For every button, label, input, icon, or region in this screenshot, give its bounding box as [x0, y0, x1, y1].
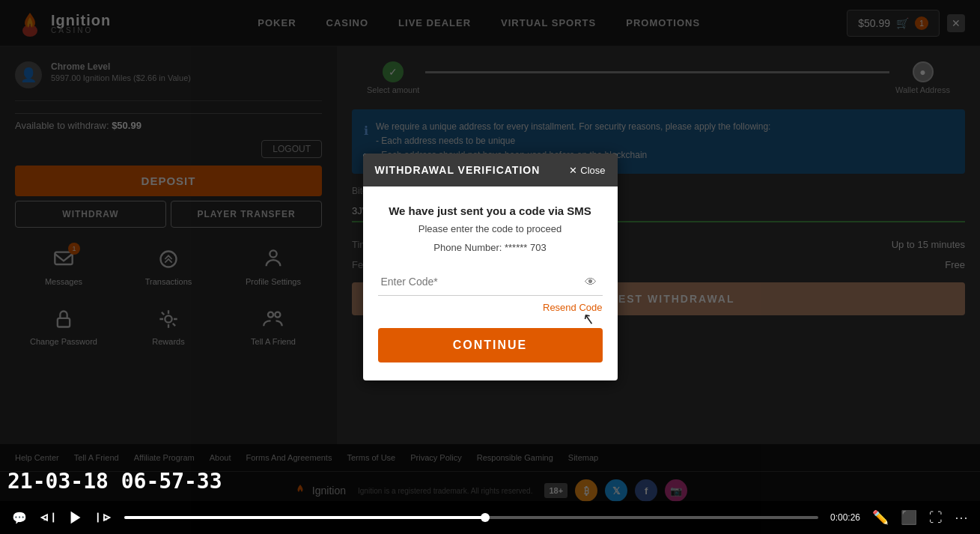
- timestamp-text: 21-03-18 06-57-33: [7, 469, 222, 494]
- time-display: 0:00:26: [830, 512, 860, 523]
- progress-bar[interactable]: [124, 516, 818, 519]
- resend-code-link[interactable]: Resend Code: [378, 302, 603, 313]
- svg-text:30: 30: [103, 517, 107, 521]
- phone-number-line: Phone Number: ****** 703: [378, 242, 603, 253]
- continue-button[interactable]: CONTINUE: [378, 328, 603, 362]
- modal-subtext: Please enter the code to proceed: [378, 223, 603, 234]
- play-pause-button[interactable]: [67, 509, 84, 526]
- withdrawal-verification-modal: WITHDRAWAL VERIFICATION ✕ Close We have …: [363, 154, 618, 380]
- skip-back-button[interactable]: 10: [39, 509, 55, 526]
- video-controls: 💬 10 30 0:00:26 ✏️ ⬛ ⛶ ⋯: [0, 501, 980, 534]
- eye-icon[interactable]: 👁: [585, 276, 597, 289]
- chat-button[interactable]: 💬: [12, 511, 27, 525]
- modal-header: WITHDRAWAL VERIFICATION ✕ Close: [363, 154, 618, 186]
- modal-headline: We have just sent you a code via SMS: [378, 204, 603, 217]
- fullscreen-button[interactable]: ⛶: [929, 510, 943, 526]
- cursor-arrow-icon: ↖: [581, 309, 597, 330]
- modal-close-label: Close: [580, 165, 605, 176]
- phone-suffix: 703: [530, 242, 547, 253]
- modal-title: WITHDRAWAL VERIFICATION: [375, 164, 541, 176]
- timestamp-overlay: 21-03-18 06-57-33: [0, 466, 230, 497]
- progress-dot: [481, 513, 490, 522]
- more-options-button[interactable]: ⋯: [955, 509, 968, 526]
- skip-forward-button[interactable]: 30: [96, 509, 112, 526]
- modal-close-button[interactable]: ✕ Close: [569, 165, 605, 176]
- svg-marker-9: [71, 512, 81, 524]
- close-x-icon: ✕: [569, 165, 577, 176]
- progress-bar-fill: [124, 516, 485, 519]
- modal-overlay: WITHDRAWAL VERIFICATION ✕ Close We have …: [0, 0, 980, 534]
- modal-body: We have just sent you a code via SMS Ple…: [363, 186, 618, 380]
- code-input-wrap: 👁: [378, 268, 603, 296]
- caption-icon-button[interactable]: ⬛: [901, 509, 917, 526]
- code-input[interactable]: [378, 268, 603, 296]
- edit-icon-button[interactable]: ✏️: [872, 509, 889, 526]
- phone-label: Phone Number: ******: [433, 242, 527, 253]
- svg-text:10: 10: [43, 517, 48, 521]
